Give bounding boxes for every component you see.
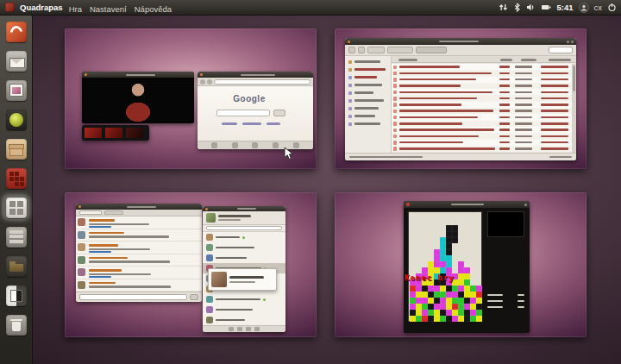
video-thumbnail[interactable] — [105, 128, 122, 138]
user-avatar-icon[interactable] — [579, 3, 589, 13]
sidebar-item[interactable] — [345, 104, 391, 112]
link-text[interactable] — [242, 122, 261, 125]
minimize-icon[interactable] — [567, 41, 569, 43]
contact-row[interactable] — [203, 253, 285, 263]
search-input[interactable] — [216, 110, 270, 116]
back-icon[interactable] — [200, 79, 205, 85]
file-row[interactable] — [392, 121, 572, 127]
file-row[interactable] — [392, 89, 572, 95]
folder-launcher-item[interactable] — [3, 254, 28, 278]
forward-icon[interactable] — [358, 47, 365, 53]
file-row[interactable] — [392, 102, 572, 108]
trash-launcher-item[interactable] — [3, 313, 28, 336]
sidebar-item[interactable] — [345, 112, 391, 120]
shortcut-icon[interactable] — [211, 142, 217, 148]
video-thumbnail[interactable] — [85, 128, 102, 138]
send-button[interactable] — [190, 294, 198, 300]
close-icon[interactable] — [78, 205, 81, 208]
toolbar-icon[interactable] — [237, 327, 242, 331]
mail-launcher-item[interactable] — [3, 49, 28, 72]
column-header-name[interactable] — [398, 59, 417, 61]
message-stream-window[interactable] — [76, 204, 202, 302]
message-item[interactable] — [76, 242, 202, 254]
toolbar-icon[interactable] — [254, 327, 260, 331]
sidebar-item[interactable] — [345, 120, 391, 128]
power-icon[interactable] — [607, 3, 617, 12]
message-input[interactable] — [79, 294, 187, 300]
battery-icon[interactable] — [541, 3, 551, 12]
message-item[interactable] — [76, 267, 202, 279]
file-manager-window[interactable] — [345, 38, 576, 160]
app-menu-title[interactable]: Quadrapas — [20, 3, 63, 12]
column-header-type[interactable] — [521, 59, 536, 61]
file-row[interactable] — [392, 146, 572, 152]
game-window[interactable]: Konec hry — [404, 201, 530, 333]
menu-npovda[interactable]: Nápověda — [135, 4, 172, 14]
menu-nastaven[interactable]: Nastavení — [90, 4, 127, 14]
search-button[interactable] — [273, 110, 285, 116]
path-segment[interactable] — [367, 47, 385, 53]
column-header-date[interactable] — [549, 59, 571, 61]
scrollbar-thumb[interactable] — [573, 66, 575, 91]
file-row[interactable] — [392, 133, 572, 139]
shortcut-icon[interactable] — [252, 142, 258, 148]
contact-row[interactable] — [203, 315, 285, 325]
sidebar-item[interactable] — [345, 81, 391, 89]
file-row[interactable] — [392, 127, 572, 133]
workspace-switcher-launcher-item[interactable] — [3, 196, 28, 219]
status-selector[interactable] — [218, 219, 241, 222]
shortcut-icon[interactable] — [232, 142, 238, 148]
bluetooth-icon[interactable] — [513, 3, 521, 12]
menu-hra[interactable]: Hra — [69, 4, 82, 14]
link-text[interactable] — [267, 122, 280, 125]
file-cabinet-launcher-item[interactable] — [3, 225, 28, 248]
file-row[interactable] — [392, 70, 572, 76]
file-row[interactable] — [392, 108, 572, 114]
software-center-launcher-item[interactable] — [3, 137, 28, 160]
url-bar[interactable] — [214, 79, 310, 85]
message-item[interactable] — [76, 279, 202, 292]
toolbar-icon[interactable] — [246, 327, 251, 331]
link-text[interactable] — [222, 122, 237, 125]
path-segment[interactable] — [387, 47, 413, 53]
tab[interactable] — [104, 210, 123, 215]
contact-search-input[interactable] — [206, 226, 282, 230]
quadrapassel-launcher-item[interactable] — [3, 166, 28, 190]
maximize-icon[interactable] — [571, 41, 574, 43]
sidebar-item[interactable] — [345, 89, 391, 97]
scrollbar[interactable] — [572, 64, 576, 153]
browser-window[interactable]: Google — [198, 72, 313, 149]
contact-row[interactable] — [203, 304, 285, 315]
forward-icon[interactable] — [207, 79, 212, 85]
contact-row[interactable] — [203, 232, 285, 242]
dash-home-launcher-item[interactable] — [3, 20, 28, 43]
video-thumbnail[interactable] — [126, 128, 143, 138]
self-avatar[interactable] — [206, 213, 216, 223]
workspace-4-thumbnail[interactable]: Konec hry — [335, 192, 586, 337]
shortcut-icon[interactable] — [273, 142, 279, 148]
path-segment[interactable] — [416, 47, 447, 53]
close-icon[interactable] — [524, 204, 527, 206]
close-icon[interactable] — [85, 73, 87, 76]
sidebar-item[interactable] — [345, 73, 391, 81]
filmstrip-window[interactable] — [82, 125, 149, 141]
message-item[interactable] — [76, 254, 202, 267]
sidebar-item[interactable] — [345, 97, 391, 104]
tab[interactable] — [79, 210, 102, 215]
app-window-icon[interactable] — [5, 3, 15, 12]
search-input[interactable] — [549, 47, 573, 53]
file-row[interactable] — [392, 77, 572, 83]
contact-row[interactable] — [203, 294, 285, 304]
contact-row[interactable] — [203, 242, 285, 253]
file-row[interactable] — [392, 114, 572, 120]
back-icon[interactable] — [348, 47, 355, 53]
workspace-1-thumbnail[interactable]: Google — [65, 28, 317, 169]
screens-launcher-item[interactable] — [3, 284, 28, 307]
media-player-launcher-item[interactable] — [3, 108, 28, 131]
network-icon[interactable] — [499, 3, 508, 12]
workspace-2-thumbnail[interactable] — [335, 28, 586, 169]
clock[interactable]: 5:41 — [556, 3, 573, 12]
file-row[interactable] — [392, 140, 572, 146]
file-row[interactable] — [392, 64, 572, 70]
toolbar-icon[interactable] — [229, 327, 234, 331]
